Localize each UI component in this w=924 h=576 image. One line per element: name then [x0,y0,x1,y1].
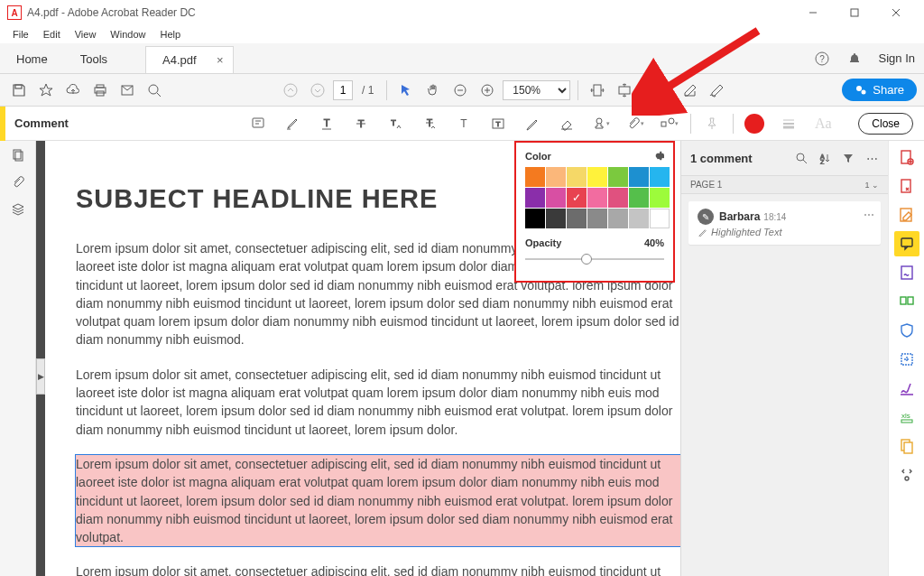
fit-height-icon[interactable] [613,79,636,102]
color-button[interactable] [741,110,768,137]
eraser-icon[interactable] [553,110,580,137]
share-button[interactable]: Share [842,79,917,101]
window-maximize-button[interactable] [834,0,875,25]
page-up-icon[interactable] [279,79,302,102]
color-swatch[interactable] [608,188,628,208]
color-swatch[interactable] [650,167,670,187]
color-swatch[interactable] [546,209,566,228]
mail-icon[interactable] [116,79,139,102]
expand-nav-pane-button[interactable]: ▶ [36,358,45,395]
color-swatch[interactable] [650,209,670,228]
sign-in-button[interactable]: Sign In [879,51,915,65]
window-minimize-button[interactable] [792,0,834,25]
color-swatch[interactable] [629,167,649,187]
search-icon[interactable] [143,79,166,102]
color-swatch[interactable] [587,209,607,228]
tab-home[interactable]: Home [0,45,64,73]
window-close-button[interactable] [875,0,917,25]
opacity-slider[interactable] [525,252,664,266]
color-swatch[interactable] [629,209,649,228]
insert-text-caret-icon[interactable]: T [382,110,409,137]
tool-more-icon[interactable] [894,462,919,488]
paragraph-3-highlighted[interactable]: Lorem ipsum dolor sit amet, consectetuer… [76,455,680,546]
cloud-upload-icon[interactable] [61,79,85,102]
color-swatch[interactable] [525,167,545,187]
hand-icon[interactable] [421,79,445,102]
strikethrough-icon[interactable]: T [347,110,374,137]
color-swatch[interactable] [629,188,649,208]
tool-sign-icon[interactable] [894,376,919,401]
tab-tools[interactable]: Tools [64,45,124,73]
text-comment-icon[interactable]: T [450,110,477,137]
color-swatch[interactable] [608,167,628,187]
comments-options-icon[interactable]: ⋯ [864,151,879,165]
menu-file[interactable]: File [5,27,36,42]
attachments-icon[interactable] [9,173,27,191]
page-number-input[interactable] [333,80,353,100]
color-swatch[interactable] [525,188,545,208]
sticky-note-icon[interactable] [245,110,272,137]
sort-comments-icon[interactable]: AZ [818,151,832,165]
star-icon[interactable] [34,79,58,102]
print-icon[interactable] [88,79,112,102]
comment-menu-icon[interactable]: ⋯ [864,209,875,221]
color-swatch[interactable] [546,167,566,187]
arrow-cursor-icon[interactable] [394,79,418,102]
search-comments-icon[interactable] [794,151,808,165]
tool-export-pdf-icon[interactable] [894,173,919,199]
tool-create-pdf-icon[interactable] [894,144,919,170]
edit-icon[interactable] [679,79,702,102]
color-swatch[interactable] [546,188,566,208]
gear-icon[interactable] [652,150,664,162]
filter-comments-icon[interactable] [841,151,855,165]
color-swatch[interactable] [587,167,607,187]
tool-protect-icon[interactable] [894,318,919,343]
save-icon[interactable] [7,79,31,102]
replace-text-icon[interactable]: T [416,110,443,137]
pin-icon[interactable] [698,110,725,137]
tool-comment-icon[interactable] [894,231,919,256]
comment-item[interactable]: ✎Barbara18:14Highlighted Text⋯ [688,201,881,245]
zoom-select[interactable]: 150% [503,80,570,100]
underline-text-icon[interactable]: T [313,110,340,137]
color-swatch[interactable] [587,188,607,208]
text-box-icon[interactable]: T [485,110,512,137]
pencil-icon[interactable] [519,110,546,137]
color-picker-popup[interactable]: Color Opacity 40% [514,141,675,283]
color-swatch[interactable] [567,167,587,187]
bell-icon[interactable] [846,51,863,67]
line-weight-icon[interactable] [775,110,802,137]
menu-window[interactable]: Window [103,27,152,42]
highlight-icon[interactable] [279,110,306,137]
zoom-out-icon[interactable] [448,79,472,102]
thumbnails-icon[interactable] [9,146,27,164]
zoom-in-icon[interactable] [476,79,499,102]
sign-icon[interactable] [706,79,729,102]
drawing-tools-icon[interactable]: ▾ [656,110,683,137]
tool-compress-icon[interactable] [894,347,919,372]
attach-file-icon[interactable]: ▾ [622,110,649,137]
fit-width-icon[interactable] [586,79,609,102]
color-swatch[interactable] [567,209,587,228]
color-swatch[interactable] [650,188,670,208]
comments-page-group[interactable]: PAGE 1 1 ⌄ [681,175,888,194]
layers-icon[interactable] [9,200,27,218]
page-down-icon[interactable] [306,79,329,102]
tab-close-button[interactable]: × [217,53,224,67]
stamp-icon[interactable]: ▾ [587,110,614,137]
menu-edit[interactable]: Edit [36,27,68,42]
color-swatch[interactable] [567,188,587,208]
fit-page-icon[interactable] [640,79,663,102]
menu-view[interactable]: View [68,27,104,42]
tool-edit-pdf-icon[interactable] [894,202,919,228]
color-swatch[interactable] [525,209,545,228]
close-comment-bar-button[interactable]: Close [858,113,913,135]
tool-fill-sign-icon[interactable] [894,260,919,285]
color-swatch[interactable] [608,209,628,228]
tool-measure-icon[interactable]: xls [894,404,919,430]
tool-organize-icon[interactable] [894,289,919,314]
menu-help[interactable]: Help [152,27,188,42]
help-icon[interactable]: ? [814,51,830,67]
tool-combine-icon[interactable] [894,433,919,459]
tab-file-a4pdf[interactable]: A4.pdf × [145,46,234,73]
